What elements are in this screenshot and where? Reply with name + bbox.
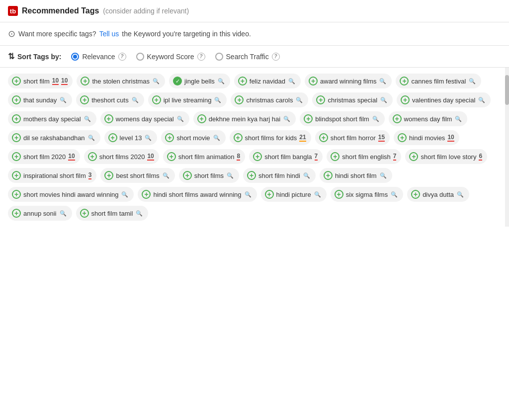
tell-us-link[interactable]: Tell us (99, 30, 119, 38)
tag-short-film-animation[interactable]: +short film animation8 (163, 149, 245, 164)
tag-label: christmas special (328, 96, 377, 104)
plus-icon: + (309, 77, 318, 85)
search-icon[interactable]: 🔍 (213, 134, 221, 142)
search-icon[interactable]: 🔍 (283, 115, 291, 123)
tag-divya-dutta[interactable]: +divya dutta🔍 (407, 187, 469, 202)
tag-cannes-film-festival[interactable]: +cannes film festival🔍 (396, 74, 481, 88)
tag-short-film-bangla[interactable]: +short film bangla7 (249, 149, 323, 164)
search-icon[interactable]: 🔍 (59, 209, 67, 217)
svg-text:tb: tb (10, 7, 16, 15)
search-icon[interactable]: 🔍 (295, 96, 303, 104)
keyword-score-info-icon[interactable]: ? (197, 53, 205, 61)
search-icon[interactable]: 🔍 (303, 171, 311, 179)
tag-the-stolen-christmas[interactable]: +the stolen christmas🔍 (77, 74, 165, 88)
plus-icon: + (409, 152, 418, 161)
tag-award-winning-films[interactable]: +award winning films🔍 (305, 74, 392, 88)
tag-womens-day-special[interactable]: +womens day special🔍 (100, 111, 189, 126)
plus-icon: + (253, 152, 262, 161)
search-icon[interactable]: 🔍 (162, 171, 170, 179)
tag-six-sigma-films[interactable]: +six sigma films🔍 (331, 187, 404, 202)
tag-short-film-2020[interactable]: +short film 202010 (8, 149, 80, 164)
tag-hindi-short-films-award-winning[interactable]: +hindi short films award winning🔍 (138, 187, 256, 202)
tag-level-13[interactable]: +level 13🔍 (104, 130, 158, 145)
search-icon[interactable]: 🔍 (87, 134, 95, 142)
search-icon[interactable]: 🔍 (135, 209, 143, 217)
plus-icon: + (12, 95, 21, 104)
tag-short-films-2020[interactable]: +short films 202010 (84, 149, 159, 164)
tag-short-film-horror[interactable]: +short film horror15 (315, 130, 390, 145)
search-icon[interactable]: 🔍 (59, 96, 67, 104)
search-icon[interactable]: 🔍 (379, 77, 387, 85)
tag-best-short-films[interactable]: +best short films🔍 (100, 168, 174, 183)
search-icon[interactable]: 🔍 (226, 171, 234, 179)
tag-short-movies-hindi-award-winning[interactable]: +short movies hindi award winning🔍 (8, 187, 134, 202)
search-icon[interactable]: 🔍 (131, 96, 139, 104)
tag-dil-se-rakshabandhan[interactable]: +dil se rakshabandhan🔍 (8, 130, 100, 145)
tag-label: short films (194, 172, 224, 179)
search-icon[interactable]: 🔍 (214, 96, 222, 104)
tag-theshort-cuts[interactable]: +theshort cuts🔍 (76, 92, 144, 107)
tag-feliz-navidad[interactable]: +feliz navidad🔍 (234, 74, 301, 88)
tag-short-film-hindi[interactable]: +short film hindi🔍 (243, 168, 316, 183)
tag-hindi-picture[interactable]: +hindi picture🔍 (261, 187, 327, 202)
score-badge-1: 8 (237, 153, 240, 161)
search-icon[interactable]: 🔍 (314, 190, 322, 198)
tag-hindi-movies[interactable]: +hindi movies10 (394, 130, 459, 145)
tag-hindi-short-film[interactable]: +hindi short film🔍 (320, 168, 392, 183)
search-icon[interactable]: 🔍 (144, 134, 152, 142)
search-icon[interactable]: 🔍 (217, 77, 225, 85)
tag-short-film-love-story[interactable]: +short film love story6 (405, 149, 487, 164)
tags-area: +short film1010+the stolen christmas🔍✓ji… (0, 68, 505, 227)
tag-label: short film bangla (264, 153, 312, 161)
tag-label: dil se rakshabandhan (23, 134, 85, 142)
search-icon[interactable]: 🔍 (84, 115, 91, 123)
tag-valentines-day-special[interactable]: +valentines day special🔍 (397, 92, 491, 107)
tag-christmas-special[interactable]: +christmas special🔍 (312, 92, 393, 107)
tag-jingle-bells[interactable]: ✓jingle bells🔍 (169, 74, 230, 88)
search-icon[interactable]: 🔍 (244, 190, 252, 198)
radio-keyword-score[interactable] (136, 53, 144, 61)
search-icon[interactable]: 🔍 (121, 190, 129, 198)
plus-icon: + (80, 209, 89, 218)
tag-mothers-day-special[interactable]: +mothers day special🔍 (8, 111, 96, 126)
tag-annup-sonii[interactable]: +annup sonii🔍 (8, 206, 72, 221)
search-icon[interactable]: 🔍 (380, 96, 388, 104)
sort-option-relevance[interactable]: Relevance ? (71, 53, 126, 61)
tag-short-film-english[interactable]: +short film english7 (327, 149, 401, 164)
search-icon[interactable]: 🔍 (454, 115, 462, 123)
tag-ipl-live-streaming[interactable]: +ipl live streaming🔍 (148, 92, 227, 107)
plus-icon: + (304, 114, 313, 123)
tag-womens-day-film[interactable]: +womens day film🔍 (389, 111, 468, 126)
radio-relevance[interactable] (71, 53, 79, 61)
tag-that-sunday[interactable]: +that sunday🔍 (8, 92, 72, 107)
score-badge-1: 21 (299, 134, 306, 142)
tag-dekhne-mein-kya-harj-hai[interactable]: +dekhne mein kya harj hai🔍 (193, 111, 296, 126)
search-icon[interactable]: 🔍 (372, 115, 380, 123)
search-icon[interactable]: 🔍 (288, 77, 296, 85)
search-traffic-info-icon[interactable]: ? (272, 53, 280, 61)
tag-short-film[interactable]: +short film1010 (8, 74, 73, 88)
search-icon[interactable]: 🔍 (456, 190, 464, 198)
search-icon[interactable]: 🔍 (152, 77, 160, 85)
search-icon[interactable]: 🔍 (478, 96, 486, 104)
tag-short-films-for-kids[interactable]: +short films for kids21 (230, 130, 311, 145)
sort-option-search-traffic[interactable]: Search Traffic ? (215, 53, 280, 61)
plus-icon: + (197, 114, 206, 123)
sort-option-keyword-score[interactable]: Keyword Score ? (136, 53, 205, 61)
tag-short-movie[interactable]: +short movie🔍 (161, 130, 225, 145)
tag-short-films[interactable]: +short films🔍 (179, 168, 239, 183)
radio-search-traffic[interactable] (215, 53, 223, 61)
tag-label: hindi short films award winning (153, 191, 241, 198)
plus-icon: + (183, 171, 192, 180)
tag-christmas-carols[interactable]: +christmas carols🔍 (231, 92, 308, 107)
search-icon[interactable]: 🔍 (379, 171, 387, 179)
plus-icon: + (88, 152, 97, 161)
search-icon[interactable]: 🔍 (390, 190, 398, 198)
relevance-info-icon[interactable]: ? (118, 53, 126, 61)
tag-blindspot-short-film[interactable]: +blindspot short film🔍 (300, 111, 384, 126)
search-icon[interactable]: 🔍 (176, 115, 184, 123)
tag-inspirational-short-film[interactable]: +inspirational short film3 (8, 168, 96, 183)
search-icon[interactable]: 🔍 (468, 77, 476, 85)
scrollbar-thumb[interactable] (505, 75, 509, 105)
tag-short-film-tamil[interactable]: +short film tamil🔍 (76, 206, 149, 221)
